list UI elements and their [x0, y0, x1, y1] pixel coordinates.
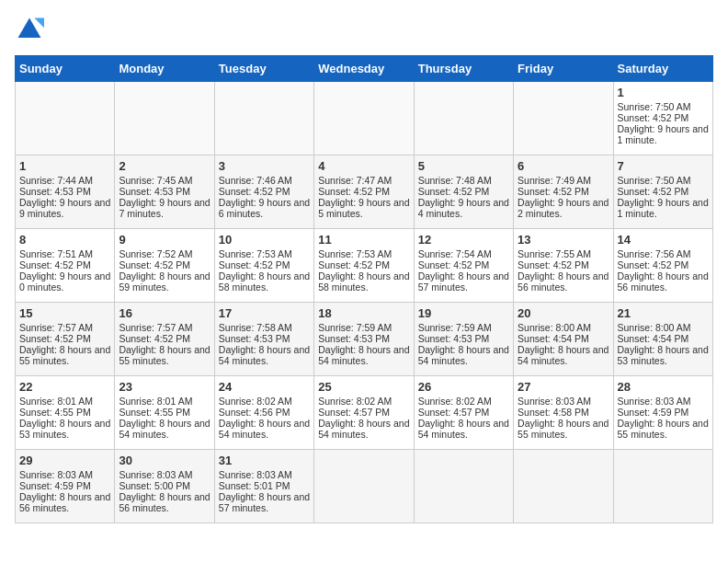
calendar-cell: 21Sunrise: 8:00 AMSunset: 4:54 PMDayligh… [613, 303, 712, 376]
col-header-friday: Friday [514, 56, 613, 82]
daylight: Daylight: 8 hours and 54 minutes. [318, 344, 409, 366]
calendar-cell: 10Sunrise: 7:53 AMSunset: 4:52 PMDayligh… [214, 229, 313, 303]
calendar-week-row: 22Sunrise: 8:01 AMSunset: 4:55 PMDayligh… [16, 376, 713, 450]
calendar-cell [16, 82, 115, 155]
daylight: Daylight: 8 hours and 56 minutes. [618, 270, 709, 293]
day-number: 26 [418, 380, 509, 394]
calendar-cell: 22Sunrise: 8:01 AMSunset: 4:55 PMDayligh… [16, 376, 115, 450]
calendar-cell [613, 450, 712, 523]
daylight: Daylight: 9 hours and 1 minute. [618, 123, 709, 145]
sunrise: Sunrise: 7:57 AM [19, 322, 93, 333]
sunset: Sunset: 4:55 PM [19, 407, 91, 418]
sunrise: Sunrise: 7:50 AM [618, 101, 691, 112]
daylight: Daylight: 8 hours and 58 minutes. [219, 270, 310, 293]
daylight: Daylight: 8 hours and 54 minutes. [219, 418, 310, 440]
sunset: Sunset: 5:00 PM [119, 480, 190, 491]
sunrise: Sunrise: 8:03 AM [119, 469, 192, 480]
day-number: 2 [119, 159, 210, 173]
sunset: Sunset: 4:52 PM [219, 259, 290, 270]
sunrise: Sunrise: 7:46 AM [219, 175, 292, 186]
day-number: 18 [318, 306, 409, 320]
sunset: Sunset: 4:52 PM [618, 112, 689, 123]
sunset: Sunset: 4:59 PM [19, 480, 91, 491]
day-number: 28 [618, 380, 709, 394]
col-header-thursday: Thursday [414, 56, 513, 82]
calendar-cell: 5Sunrise: 7:48 AMSunset: 4:52 PMDaylight… [414, 155, 513, 229]
calendar-cell [115, 82, 214, 155]
day-number: 29 [19, 454, 110, 467]
sunrise: Sunrise: 8:01 AM [119, 396, 192, 407]
daylight: Daylight: 8 hours and 54 minutes. [318, 418, 409, 440]
calendar-table: SundayMondayTuesdayWednesdayThursdayFrid… [15, 55, 713, 523]
sunrise: Sunrise: 7:59 AM [418, 322, 492, 333]
calendar-week-row: 1Sunrise: 7:50 AMSunset: 4:52 PMDaylight… [16, 82, 713, 155]
day-number: 1 [19, 159, 110, 173]
calendar-cell: 17Sunrise: 7:58 AMSunset: 4:53 PMDayligh… [214, 303, 313, 376]
sunrise: Sunrise: 8:02 AM [318, 396, 392, 407]
sunset: Sunset: 4:52 PM [19, 259, 91, 270]
col-header-wednesday: Wednesday [314, 56, 414, 82]
daylight: Daylight: 9 hours and 1 minute. [618, 197, 709, 219]
daylight: Daylight: 8 hours and 54 minutes. [219, 344, 310, 366]
sunset: Sunset: 4:53 PM [219, 333, 290, 344]
day-number: 23 [119, 380, 210, 394]
day-number: 5 [418, 159, 509, 173]
sunset: Sunset: 4:52 PM [618, 259, 689, 270]
sunrise: Sunrise: 7:55 AM [518, 248, 591, 259]
day-number: 6 [518, 159, 609, 173]
calendar-cell: 13Sunrise: 7:55 AMSunset: 4:52 PMDayligh… [514, 229, 613, 303]
daylight: Daylight: 9 hours and 5 minutes. [318, 197, 409, 219]
calendar-cell: 25Sunrise: 8:02 AMSunset: 4:57 PMDayligh… [314, 376, 414, 450]
sunrise: Sunrise: 7:54 AM [418, 248, 492, 259]
daylight: Daylight: 8 hours and 53 minutes. [618, 344, 709, 366]
sunset: Sunset: 4:59 PM [618, 407, 689, 418]
calendar-cell: 2Sunrise: 7:45 AMSunset: 4:53 PMDaylight… [115, 155, 214, 229]
col-header-tuesday: Tuesday [214, 56, 313, 82]
sunset: Sunset: 4:52 PM [219, 186, 290, 197]
sunrise: Sunrise: 8:03 AM [518, 396, 591, 407]
svg-marker-1 [34, 18, 44, 29]
day-number: 17 [219, 306, 310, 320]
calendar-cell: 23Sunrise: 8:01 AMSunset: 4:55 PMDayligh… [115, 376, 214, 450]
daylight: Daylight: 8 hours and 58 minutes. [318, 270, 409, 293]
col-header-monday: Monday [115, 56, 214, 82]
daylight: Daylight: 8 hours and 59 minutes. [119, 270, 210, 293]
daylight: Daylight: 8 hours and 54 minutes. [418, 418, 509, 440]
calendar-cell: 12Sunrise: 7:54 AMSunset: 4:52 PMDayligh… [414, 229, 513, 303]
calendar-cell: 28Sunrise: 8:03 AMSunset: 4:59 PMDayligh… [613, 376, 712, 450]
calendar-cell: 16Sunrise: 7:57 AMSunset: 4:52 PMDayligh… [115, 303, 214, 376]
calendar-header-row: SundayMondayTuesdayWednesdayThursdayFrid… [16, 56, 713, 82]
daylight: Daylight: 9 hours and 9 minutes. [19, 197, 110, 219]
day-number: 27 [518, 380, 609, 394]
calendar-cell: 29Sunrise: 8:03 AMSunset: 4:59 PMDayligh… [16, 450, 115, 523]
calendar-cell [414, 450, 513, 523]
daylight: Daylight: 9 hours and 2 minutes. [518, 197, 609, 219]
sunset: Sunset: 5:01 PM [219, 480, 290, 491]
sunset: Sunset: 4:53 PM [119, 186, 190, 197]
sunrise: Sunrise: 7:53 AM [318, 248, 392, 259]
daylight: Daylight: 8 hours and 55 minutes. [119, 344, 210, 366]
logo [15, 15, 48, 44]
calendar-cell: 6Sunrise: 7:49 AMSunset: 4:52 PMDaylight… [514, 155, 613, 229]
sunrise: Sunrise: 7:59 AM [318, 322, 392, 333]
day-number: 1 [618, 86, 709, 99]
day-number: 16 [119, 306, 210, 320]
sunrise: Sunrise: 8:03 AM [618, 396, 691, 407]
daylight: Daylight: 8 hours and 55 minutes. [518, 418, 609, 440]
sunset: Sunset: 4:53 PM [318, 333, 390, 344]
calendar-cell: 15Sunrise: 7:57 AMSunset: 4:52 PMDayligh… [16, 303, 115, 376]
sunset: Sunset: 4:52 PM [19, 333, 91, 344]
daylight: Daylight: 9 hours and 6 minutes. [219, 197, 310, 219]
day-number: 21 [618, 306, 709, 320]
calendar-week-row: 15Sunrise: 7:57 AMSunset: 4:52 PMDayligh… [16, 303, 713, 376]
calendar-cell [314, 82, 414, 155]
calendar-cell: 3Sunrise: 7:46 AMSunset: 4:52 PMDaylight… [214, 155, 313, 229]
day-number: 12 [418, 233, 509, 247]
sunset: Sunset: 4:57 PM [418, 407, 490, 418]
calendar-week-row: 1Sunrise: 7:44 AMSunset: 4:53 PMDaylight… [16, 155, 713, 229]
day-number: 14 [618, 233, 709, 247]
calendar-cell: 19Sunrise: 7:59 AMSunset: 4:53 PMDayligh… [414, 303, 513, 376]
day-number: 8 [19, 233, 110, 247]
day-number: 31 [219, 454, 310, 467]
sunrise: Sunrise: 7:57 AM [119, 322, 192, 333]
